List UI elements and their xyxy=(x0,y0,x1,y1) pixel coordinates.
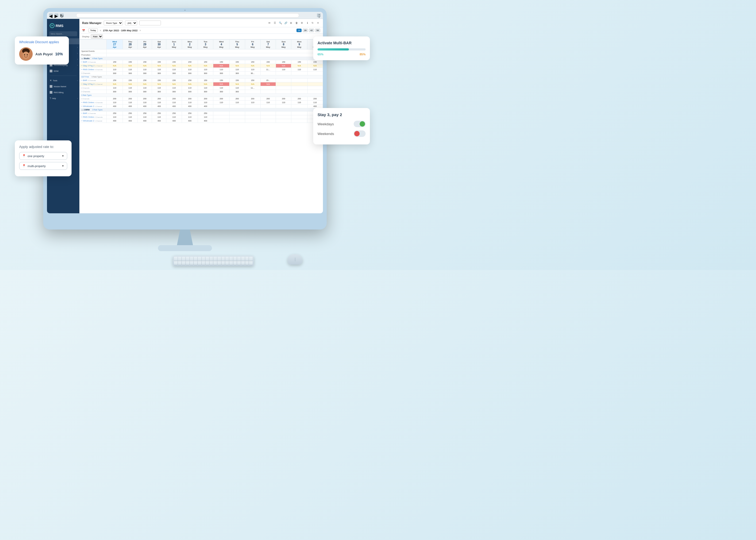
stay3pay2-card: Stay 3, pay 2 Weekdays Weekends xyxy=(313,108,370,144)
sidebar-item-edm[interactable]: EDM xyxy=(47,68,79,74)
browser-url-bar[interactable] xyxy=(76,13,299,18)
table-row: + Wholesale 2 1 Channel 4004004004004004… xyxy=(80,119,323,123)
key xyxy=(197,261,201,265)
sidebar-item-label: RMS Billing xyxy=(54,91,63,93)
sidebar-arrow: › xyxy=(77,64,78,66)
close-icon[interactable]: ✕ xyxy=(316,21,320,25)
sidebar-search-placeholder: Menu Search... xyxy=(51,33,63,35)
table-row: + BAR 3 Channels 25025025025025025025025… xyxy=(80,111,323,115)
filter-icon[interactable]: ☰ xyxy=(273,21,277,25)
col-fri29: Fri29Apr xyxy=(138,40,152,50)
sidebar-item-billing[interactable]: RMS Billing xyxy=(47,89,79,95)
main-content: Rate Manager Room Type (All) ✉ ☰ 🔍 🔗 ⊞ xyxy=(79,19,323,213)
key xyxy=(186,261,189,265)
key xyxy=(237,257,241,261)
view-56[interactable]: 56 xyxy=(315,29,320,32)
promotion-row xyxy=(107,53,323,57)
message-icon[interactable]: ✉ xyxy=(267,21,272,25)
key xyxy=(217,261,221,265)
multi-property-dropdown[interactable]: 📍 multi-property ▼ xyxy=(19,162,67,170)
col-wed4: Wed4May xyxy=(213,40,229,50)
display-row: Display: Rate xyxy=(79,34,323,40)
sidebar-item-help[interactable]: ? Help › xyxy=(47,95,79,101)
table-row: 2 Channels 11011011011011011011011011011… xyxy=(80,86,323,90)
key xyxy=(213,261,217,265)
view-42[interactable]: 42 xyxy=(309,29,314,32)
monitor-base xyxy=(158,245,212,251)
delete-icon[interactable]: 🗑 xyxy=(294,21,299,25)
key xyxy=(202,261,205,265)
svg-point-4 xyxy=(27,54,28,55)
rate-search-input[interactable] xyxy=(139,21,161,25)
weekends-knob xyxy=(354,131,360,136)
key xyxy=(245,257,249,261)
key xyxy=(174,261,178,265)
sidebar-logo-text: RMS xyxy=(56,24,63,28)
browser-menu[interactable]: ⋮ xyxy=(317,14,321,17)
key xyxy=(190,257,193,261)
weekdays-toggle[interactable] xyxy=(354,121,366,127)
table-row: 3 Channels 30030030030030030030030030030… xyxy=(80,71,323,75)
svg-point-3 xyxy=(24,54,25,55)
sidebar-arrow: › xyxy=(77,80,78,81)
wholesale-label: 3 Channels xyxy=(80,71,107,75)
sidebar-arrow: › xyxy=(77,58,78,60)
key xyxy=(193,261,197,265)
key xyxy=(193,257,197,261)
progress-labels: 65% 85% xyxy=(317,53,366,56)
monitor: ◀ ▶ ↻ ⋮ ⟳ RMS Menu Search... xyxy=(43,8,327,229)
view-28[interactable]: 28 xyxy=(303,29,308,32)
sidebar-search[interactable]: Menu Search... xyxy=(49,31,77,36)
all-filter[interactable]: (All) xyxy=(125,21,137,25)
key xyxy=(205,261,209,265)
table-row: 3 Channels 300300300300300300300300300 xyxy=(80,90,323,94)
view-14[interactable]: 14 xyxy=(297,29,302,32)
module-icon xyxy=(50,85,53,88)
refresh-icon[interactable]: ↻ xyxy=(311,21,315,25)
key xyxy=(225,257,229,261)
key xyxy=(245,261,249,265)
key xyxy=(237,261,241,265)
key xyxy=(190,261,193,265)
display-select[interactable]: Rate xyxy=(91,34,103,39)
sidebar-item-label: Module Market xyxy=(54,85,66,87)
sidebar-item-module-market[interactable]: Module Market xyxy=(47,83,79,89)
key xyxy=(209,261,213,265)
rate-types-3-label: 3 Rate Types xyxy=(80,94,323,97)
one-property-text: one property xyxy=(28,154,44,158)
weekends-toggle[interactable] xyxy=(354,130,366,137)
settings-icon[interactable]: ⚙ xyxy=(300,21,304,25)
search-icon[interactable]: 🔍 xyxy=(278,21,283,25)
weekdays-toggle-row: Weekdays xyxy=(317,121,366,127)
promotion-label: Promotion xyxy=(80,53,107,57)
table-row: + Stay 3 Pay 2 1 Channel N/AN/AN/AN/AN/A… xyxy=(80,82,323,86)
weekdays-knob xyxy=(360,121,365,127)
key xyxy=(186,257,189,261)
sidebar-item-label: Tools xyxy=(53,80,57,81)
key xyxy=(182,257,186,261)
sidebar-item-tools[interactable]: ✕ Tools › xyxy=(47,77,79,83)
copy-icon[interactable]: ⊞ xyxy=(289,21,293,25)
stay3pay2-label: + Stay 3 Pay 2 1 Channel xyxy=(80,64,107,68)
browser-forward[interactable]: ▶ xyxy=(55,14,58,17)
key xyxy=(241,261,245,265)
col-sat7: Sat7May xyxy=(260,40,276,50)
next-arrow[interactable]: › xyxy=(140,29,140,32)
key xyxy=(229,261,233,265)
one-property-dropdown[interactable]: 📍 one property ▼ xyxy=(19,152,67,160)
wholesale-title: Wholesale Discount applies xyxy=(19,40,64,44)
info-icon[interactable]: ℹ xyxy=(305,21,310,25)
today-button[interactable]: Today xyxy=(88,28,98,32)
key xyxy=(178,261,182,265)
room-type-filter[interactable]: Room Type xyxy=(104,21,123,25)
browser-refresh[interactable]: ↻ xyxy=(60,14,64,17)
prev-arrow[interactable]: ‹ xyxy=(100,29,101,32)
calendar-nav: 📅 Today ‹ 27th Apr 2022 - 10th May 2022 … xyxy=(79,27,323,34)
link-icon[interactable]: 🔗 xyxy=(284,21,288,25)
rate-table-container[interactable]: Wed27Apr Thu28Apr Fri29Apr Sat30Apr Sun1… xyxy=(79,40,323,213)
key xyxy=(178,257,182,261)
key xyxy=(233,261,237,265)
browser-back[interactable]: ◀ xyxy=(49,14,53,17)
table-row: + BAR 3 Channels 15015015015015015015015… xyxy=(80,60,323,64)
key xyxy=(229,257,233,261)
